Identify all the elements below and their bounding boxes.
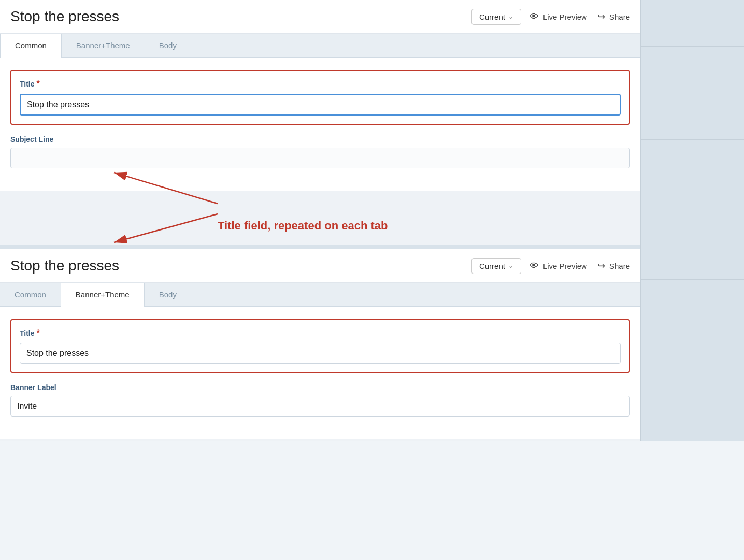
page-title: Stop the presses	[10, 8, 463, 25]
share-button[interactable]: ↪ Share	[597, 11, 630, 22]
bottom-tabs-bar: Common Banner+Theme Body	[0, 283, 640, 307]
top-panel-header: Stop the presses Current ⌄ 👁 Live Previe…	[0, 0, 640, 34]
bottom-eye-icon: 👁	[530, 261, 539, 271]
banner-label-label: Banner Label	[10, 383, 630, 392]
tab-body-top[interactable]: Body	[145, 34, 191, 57]
subject-line-input[interactable]	[10, 148, 630, 168]
title-label-bottom: Title *	[20, 328, 621, 338]
bottom-share-icon: ↪	[597, 260, 605, 271]
bottom-chevron-down-icon: ⌄	[508, 262, 513, 269]
bottom-dropdown-label: Current	[479, 262, 505, 270]
bottom-current-dropdown[interactable]: Current ⌄	[471, 258, 521, 274]
bottom-live-preview-label: Live Preview	[543, 262, 587, 270]
current-dropdown[interactable]: Current ⌄	[471, 9, 521, 25]
top-panel: Stop the presses Current ⌄ 👁 Live Previe…	[0, 0, 640, 191]
live-preview-button[interactable]: 👁 Live Preview	[530, 11, 587, 22]
bottom-panel: Stop the presses Current ⌄ 👁 Live Previe…	[0, 249, 640, 439]
tab-common-bottom-label: Common	[15, 290, 46, 299]
banner-label-field-group: Banner Label	[10, 383, 630, 417]
right-col-item-4	[641, 140, 744, 186]
bottom-share-button[interactable]: ↪ Share	[597, 260, 630, 271]
bottom-header-actions: 👁 Live Preview ↪ Share	[530, 260, 630, 271]
live-preview-label: Live Preview	[543, 12, 587, 21]
tab-banner-theme-bottom-label: Banner+Theme	[76, 290, 130, 299]
share-label: Share	[609, 12, 630, 21]
main-layout: Stop the presses Current ⌄ 👁 Live Previe…	[0, 0, 744, 441]
share-icon: ↪	[597, 11, 605, 22]
required-star-bottom: *	[37, 328, 40, 338]
bottom-live-preview-button[interactable]: 👁 Live Preview	[530, 261, 587, 271]
tab-body-top-label: Body	[159, 41, 177, 50]
title-input-bottom[interactable]	[20, 343, 621, 364]
tab-common-bottom[interactable]: Common	[0, 283, 61, 306]
content-column: Stop the presses Current ⌄ 👁 Live Previe…	[0, 0, 640, 441]
title-label-top: Title *	[20, 79, 621, 89]
top-tabs-bar: Common Banner+Theme Body	[0, 34, 640, 58]
chevron-down-icon: ⌄	[508, 13, 513, 20]
top-panel-content: Title * Subject Line	[0, 58, 640, 191]
tab-banner-theme-top[interactable]: Banner+Theme	[62, 34, 145, 57]
right-col-item-3	[641, 93, 744, 140]
right-col-item-5	[641, 186, 744, 233]
bottom-share-label: Share	[609, 262, 630, 270]
bottom-panel-content: Title * Banner Label	[0, 307, 640, 439]
page-wrapper: Stop the presses Current ⌄ 👁 Live Previe…	[0, 0, 744, 560]
panel-divider	[0, 245, 640, 249]
tab-body-bottom[interactable]: Body	[145, 283, 191, 306]
bottom-page-title: Stop the presses	[10, 257, 463, 274]
svg-line-3	[114, 214, 218, 242]
tab-body-bottom-label: Body	[159, 290, 177, 299]
title-field-group-top: Title *	[10, 70, 630, 125]
right-column	[640, 0, 744, 441]
title-field-group-bottom: Title *	[10, 319, 630, 373]
tab-banner-theme-bottom[interactable]: Banner+Theme	[61, 283, 145, 306]
tab-common-top[interactable]: Common	[0, 34, 62, 57]
subject-line-field-group: Subject Line	[10, 135, 630, 168]
annotation-area: Title field, repeated on each tab	[0, 193, 640, 245]
eye-icon: 👁	[530, 11, 539, 22]
header-actions: 👁 Live Preview ↪ Share	[530, 11, 630, 22]
bottom-panel-header: Stop the presses Current ⌄ 👁 Live Previe…	[0, 249, 640, 283]
banner-label-input[interactable]	[10, 396, 630, 417]
subject-line-label: Subject Line	[10, 135, 630, 143]
right-col-item-2	[641, 47, 744, 93]
required-star-top: *	[37, 79, 40, 89]
dropdown-label: Current	[479, 12, 505, 21]
right-col-item-1	[641, 0, 744, 47]
right-col-item-6	[641, 233, 744, 280]
title-input-top[interactable]	[20, 94, 621, 116]
tab-banner-theme-top-label: Banner+Theme	[76, 41, 130, 50]
tab-common-top-label: Common	[15, 41, 47, 50]
annotation-text: Title field, repeated on each tab	[218, 219, 388, 233]
